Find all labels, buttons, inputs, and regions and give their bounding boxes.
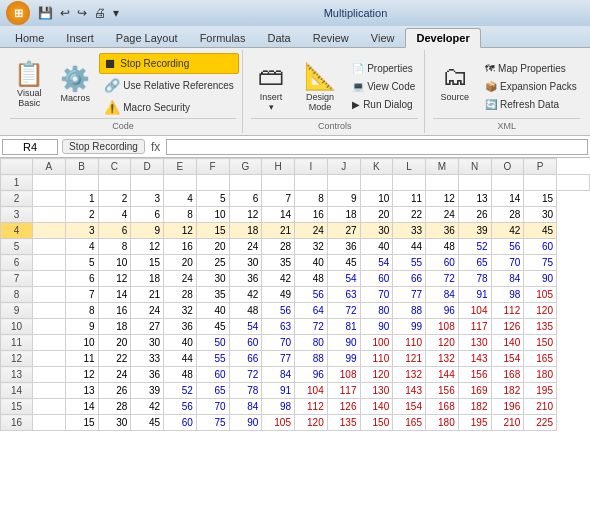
cell[interactable]: 195 bbox=[524, 383, 557, 399]
cell[interactable]: 96 bbox=[426, 303, 459, 319]
table-row[interactable]: 981624324048566472808896104112120 bbox=[1, 303, 590, 319]
cell[interactable]: 45 bbox=[196, 319, 229, 335]
cell[interactable]: 144 bbox=[426, 367, 459, 383]
cell[interactable]: 98 bbox=[491, 287, 524, 303]
cell[interactable]: 99 bbox=[393, 319, 426, 335]
cell[interactable]: 56 bbox=[491, 239, 524, 255]
cell[interactable]: 4 bbox=[98, 207, 131, 223]
cell[interactable]: 126 bbox=[327, 399, 360, 415]
customize-button[interactable]: ▾ bbox=[111, 5, 121, 21]
table-row[interactable]: 651015202530354045545560657075 bbox=[1, 255, 590, 271]
cell[interactable]: 108 bbox=[327, 367, 360, 383]
cell[interactable]: 30 bbox=[360, 223, 393, 239]
cell[interactable]: 2 bbox=[98, 191, 131, 207]
redo-button[interactable]: ↪ bbox=[75, 5, 89, 21]
cell[interactable]: 63 bbox=[327, 287, 360, 303]
cell[interactable]: 55 bbox=[393, 255, 426, 271]
cell[interactable]: 56 bbox=[295, 287, 328, 303]
cell[interactable]: 14 bbox=[65, 399, 98, 415]
cell[interactable]: 11 bbox=[393, 191, 426, 207]
cell[interactable]: 90 bbox=[360, 319, 393, 335]
cell[interactable]: 120 bbox=[360, 367, 393, 383]
cell[interactable]: 44 bbox=[393, 239, 426, 255]
cell[interactable]: 165 bbox=[393, 415, 426, 431]
cell[interactable]: 10 bbox=[65, 335, 98, 351]
cell[interactable]: 108 bbox=[426, 319, 459, 335]
table-row[interactable]: 11102030405060708090100110120130140150 bbox=[1, 335, 590, 351]
cell[interactable]: 180 bbox=[524, 367, 557, 383]
cell[interactable]: 130 bbox=[360, 383, 393, 399]
cell[interactable]: 154 bbox=[393, 399, 426, 415]
cell[interactable]: 77 bbox=[262, 351, 295, 367]
cell[interactable]: 81 bbox=[327, 319, 360, 335]
cell[interactable] bbox=[33, 239, 66, 255]
cell[interactable]: 9 bbox=[131, 223, 164, 239]
cell[interactable] bbox=[262, 175, 295, 191]
cell[interactable]: 65 bbox=[196, 383, 229, 399]
cell[interactable]: 156 bbox=[426, 383, 459, 399]
cell[interactable]: 42 bbox=[262, 271, 295, 287]
table-row[interactable]: 761218243036424854606672788490 bbox=[1, 271, 590, 287]
cell[interactable]: 8 bbox=[65, 303, 98, 319]
cell[interactable]: 3 bbox=[65, 223, 98, 239]
cell[interactable]: 91 bbox=[262, 383, 295, 399]
cell[interactable]: 8 bbox=[295, 191, 328, 207]
cell[interactable]: 48 bbox=[295, 271, 328, 287]
cell[interactable]: 30 bbox=[196, 271, 229, 287]
cell[interactable]: 210 bbox=[524, 399, 557, 415]
cell[interactable]: 70 bbox=[360, 287, 393, 303]
cell[interactable]: 54 bbox=[360, 255, 393, 271]
cell[interactable]: 182 bbox=[458, 399, 491, 415]
cell[interactable]: 1 bbox=[65, 191, 98, 207]
cell[interactable] bbox=[33, 383, 66, 399]
cell[interactable]: 121 bbox=[393, 351, 426, 367]
cell[interactable]: 52 bbox=[458, 239, 491, 255]
tab-developer[interactable]: Developer bbox=[405, 28, 480, 48]
properties-button[interactable]: 📄 Properties bbox=[347, 60, 420, 77]
cell[interactable]: 110 bbox=[393, 335, 426, 351]
cell[interactable]: 10 bbox=[360, 191, 393, 207]
cell[interactable] bbox=[524, 175, 557, 191]
cell[interactable]: 40 bbox=[295, 255, 328, 271]
cell[interactable]: 27 bbox=[327, 223, 360, 239]
cell[interactable] bbox=[33, 351, 66, 367]
cell[interactable]: 75 bbox=[524, 255, 557, 271]
cell[interactable]: 4 bbox=[65, 239, 98, 255]
cell[interactable] bbox=[33, 319, 66, 335]
cell[interactable]: 9 bbox=[65, 319, 98, 335]
cell[interactable]: 70 bbox=[196, 399, 229, 415]
cell[interactable]: 99 bbox=[327, 351, 360, 367]
stop-recording-button[interactable]: ⏹ Stop Recording bbox=[99, 53, 239, 74]
cell[interactable]: 28 bbox=[491, 207, 524, 223]
cell[interactable] bbox=[458, 175, 491, 191]
cell[interactable]: 154 bbox=[491, 351, 524, 367]
cell[interactable]: 42 bbox=[229, 287, 262, 303]
tab-data[interactable]: Data bbox=[256, 28, 301, 47]
cell[interactable]: 18 bbox=[327, 207, 360, 223]
cell[interactable]: 60 bbox=[229, 335, 262, 351]
cell[interactable]: 22 bbox=[393, 207, 426, 223]
cell[interactable]: 24 bbox=[131, 303, 164, 319]
table-row[interactable]: 4369121518212427303336394245 bbox=[1, 223, 590, 239]
cell[interactable] bbox=[196, 175, 229, 191]
cell[interactable] bbox=[33, 191, 66, 207]
cell[interactable]: 150 bbox=[524, 335, 557, 351]
cell[interactable]: 40 bbox=[196, 303, 229, 319]
cell[interactable]: 77 bbox=[393, 287, 426, 303]
cell[interactable]: 27 bbox=[131, 319, 164, 335]
cell[interactable]: 105 bbox=[262, 415, 295, 431]
cell[interactable]: 24 bbox=[295, 223, 328, 239]
table-row[interactable]: 1615304560759010512013515016518019521022… bbox=[1, 415, 590, 431]
cell[interactable]: 12 bbox=[229, 207, 262, 223]
cell[interactable] bbox=[33, 303, 66, 319]
cell[interactable]: 33 bbox=[131, 351, 164, 367]
design-mode-button[interactable]: 📐 DesignMode bbox=[295, 56, 345, 117]
cell[interactable]: 14 bbox=[491, 191, 524, 207]
cell[interactable] bbox=[65, 175, 98, 191]
cell[interactable]: 39 bbox=[131, 383, 164, 399]
table-row[interactable]: 10918273645546372819099108117126135 bbox=[1, 319, 590, 335]
cell[interactable]: 30 bbox=[131, 335, 164, 351]
source-button[interactable]: 🗂 Source bbox=[432, 56, 479, 107]
cell[interactable]: 54 bbox=[327, 271, 360, 287]
cell[interactable]: 60 bbox=[164, 415, 197, 431]
